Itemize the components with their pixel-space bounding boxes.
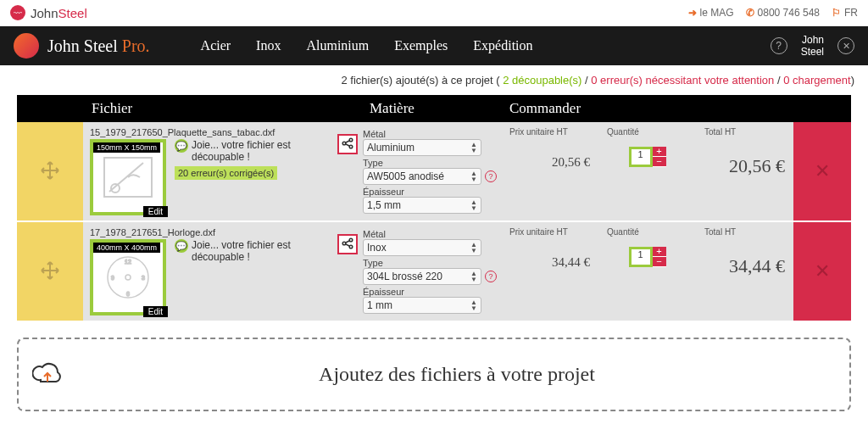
total-price: 20,56 € — [696, 152, 793, 181]
share-button[interactable] — [337, 134, 358, 154]
label-total: Total HT — [696, 222, 793, 252]
quantity-input[interactable]: 1 — [629, 247, 653, 267]
info-button[interactable]: ? — [485, 271, 497, 282]
status-ok: 💬 Joie... votre fichier est découpable ! — [175, 139, 331, 163]
mag-link[interactable]: ➜ le MAG — [688, 7, 734, 19]
svg-point-4 — [349, 138, 353, 142]
main-navbar: John Steel Pro. Acier Inox Aluminium Exe… — [0, 26, 868, 65]
svg-point-3 — [342, 142, 346, 145]
chevron-updown-icon: ▲▼ — [470, 199, 477, 211]
drag-handle[interactable] — [17, 122, 83, 220]
user-menu[interactable]: John Steel — [801, 34, 824, 59]
dimensions-badge: 150mm X 150mm — [93, 142, 160, 153]
check-icon: 💬 — [175, 239, 188, 253]
dimensions-badge: 400mm X 400mm — [93, 243, 160, 253]
check-icon: 💬 — [175, 139, 188, 153]
status-ok: 💬 Joie... votre fichier est découpable ! — [175, 239, 331, 263]
label-epaisseur: Épaisseur — [363, 287, 498, 297]
arrow-right-icon: ➜ — [688, 7, 697, 19]
quantity-input[interactable]: 1 — [629, 147, 653, 167]
cloud-upload-icon — [32, 361, 63, 388]
close-button[interactable]: ✕ — [837, 37, 854, 54]
share-icon — [342, 137, 353, 152]
select-type[interactable]: 304L brossé 220▲▼ — [363, 268, 481, 285]
select-metal[interactable]: Inox▲▼ — [363, 239, 481, 256]
dropzone[interactable]: Ajoutez des fichiers à votre projet — [17, 338, 851, 411]
brand-logo[interactable]: 〰 JohnSteel — [10, 5, 87, 20]
move-icon — [40, 160, 60, 183]
chevron-updown-icon: ▲▼ — [470, 170, 477, 182]
nav-aluminium[interactable]: Aluminium — [306, 38, 369, 53]
status-loading: 0 chargement — [783, 74, 851, 87]
status-errors: 0 erreur(s) nécessitant votre attention — [591, 74, 774, 87]
label-metal: Métal — [363, 129, 498, 139]
label-total: Total HT — [696, 122, 793, 152]
svg-line-2 — [109, 163, 143, 192]
delete-button[interactable]: ✕ — [793, 122, 851, 220]
select-metal[interactable]: Aluminium▲▼ — [363, 139, 481, 156]
nav-acier[interactable]: Acier — [201, 38, 231, 53]
label-metal: Métal — [363, 229, 498, 239]
unit-price: 20,56 € — [501, 152, 598, 173]
svg-text:9: 9 — [111, 275, 114, 281]
qty-minus-button[interactable]: − — [653, 257, 666, 267]
edit-button[interactable]: Edit — [143, 206, 168, 217]
brand-mark-icon: 〰 — [10, 5, 25, 20]
svg-point-15 — [349, 238, 353, 242]
nav-inox[interactable]: Inox — [256, 38, 281, 53]
dropzone-text: Ajoutez des fichiers à votre projet — [78, 363, 836, 386]
phone-link[interactable]: ✆ 0800 746 548 — [746, 7, 820, 19]
flag-icon: ⚐ — [832, 7, 841, 19]
svg-line-7 — [346, 143, 350, 145]
brand-text-a: John — [31, 6, 58, 20]
topbar: 〰 JohnSteel ➜ le MAG ✆ 0800 746 548 ⚐ FR — [0, 0, 868, 26]
select-epaisseur[interactable]: 1,5 mm▲▼ — [363, 197, 481, 214]
share-button[interactable] — [337, 234, 358, 254]
files-table: Fichier Matière Commander 15_1979_217650… — [17, 95, 851, 322]
select-epaisseur[interactable]: 1 mm▲▼ — [363, 297, 481, 314]
logo-circle-icon — [14, 33, 39, 59]
svg-text:12: 12 — [125, 259, 131, 265]
table-header: Fichier Matière Commander — [17, 95, 851, 122]
select-type[interactable]: AW5005 anodisé▲▼ — [363, 168, 481, 185]
edit-button[interactable]: Edit — [143, 306, 168, 317]
chevron-updown-icon: ▲▼ — [470, 271, 477, 282]
header-commander: Commander — [501, 95, 851, 122]
qty-minus-button[interactable]: − — [653, 157, 666, 167]
nav-expedition[interactable]: Expédition — [473, 38, 532, 53]
filename: 17_1978_217651_Horloge.dxf — [90, 227, 331, 237]
unit-price: 34,44 € — [501, 252, 598, 273]
label-prix: Prix unitaire HT — [501, 222, 598, 252]
label-type: Type — [363, 158, 498, 168]
lang-switcher[interactable]: ⚐ FR — [832, 7, 858, 19]
delete-button[interactable]: ✕ — [793, 222, 851, 321]
share-icon — [342, 237, 353, 252]
nav-exemples[interactable]: Exemples — [394, 38, 448, 53]
table-row: 15_1979_217650_Plaquette_sans_tabac.dxf … — [17, 122, 851, 222]
drag-handle[interactable] — [17, 222, 83, 321]
svg-point-5 — [349, 145, 353, 148]
label-type: Type — [363, 258, 498, 268]
table-row: 17_1978_217651_Horloge.dxf 400mm X 400mm… — [17, 222, 851, 322]
filename: 15_1979_217650_Plaquette_sans_tabac.dxf — [90, 127, 331, 137]
svg-point-14 — [342, 242, 346, 245]
move-icon — [40, 260, 60, 283]
svg-line-6 — [346, 140, 350, 142]
chevron-updown-icon: ▲▼ — [470, 142, 477, 154]
svg-point-9 — [125, 275, 131, 280]
app-logo[interactable]: John Steel Pro. — [14, 33, 150, 59]
total-price: 34,44 € — [696, 252, 793, 281]
info-button[interactable]: ? — [485, 170, 497, 182]
svg-point-16 — [349, 245, 353, 248]
brand-text-b: Steel — [58, 6, 87, 20]
chevron-updown-icon: ▲▼ — [470, 242, 477, 254]
svg-text:3: 3 — [142, 275, 145, 281]
header-fichier: Fichier — [83, 95, 337, 122]
chevron-updown-icon: ▲▼ — [470, 299, 477, 311]
close-icon: ✕ — [815, 160, 830, 182]
help-button[interactable]: ? — [771, 37, 787, 54]
project-status: 2 fichier(s) ajouté(s) à ce projet ( 2 d… — [0, 65, 868, 95]
corrections-badge: 20 erreur(s) corrigée(s) — [175, 166, 277, 180]
label-prix: Prix unitaire HT — [501, 122, 598, 152]
phone-icon: ✆ — [746, 7, 754, 19]
